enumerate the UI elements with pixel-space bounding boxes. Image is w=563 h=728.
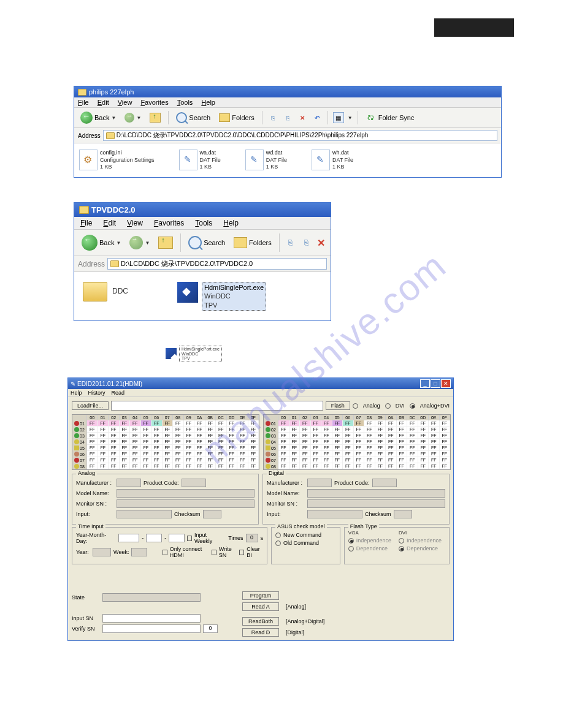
radio-dvi[interactable] (385, 403, 391, 409)
menu-edit[interactable]: Edit (103, 219, 116, 227)
search-button[interactable]: Search (186, 235, 228, 251)
input-inputsn[interactable] (102, 614, 201, 623)
titlebar[interactable]: philips 227elph (74, 86, 501, 97)
folder-ddc[interactable]: DDC (83, 282, 128, 311)
input-checksum[interactable] (203, 510, 221, 518)
readd-button[interactable]: Read D (242, 628, 279, 637)
file-text: wh.datDAT File1 KB (332, 150, 353, 171)
input-week[interactable] (131, 548, 147, 556)
titlebar[interactable]: TPVDDC2.0 (74, 203, 331, 217)
views-icon[interactable]: ▦ (333, 112, 344, 123)
input-month[interactable] (146, 534, 162, 542)
exe-icon[interactable] (166, 348, 177, 359)
filepath-input[interactable] (111, 401, 323, 411)
back-icon (82, 235, 98, 251)
input-verifycount[interactable]: 0 (203, 624, 218, 633)
menu-view[interactable]: View (118, 99, 132, 106)
checkbox-writesn[interactable] (212, 550, 216, 555)
input-input[interactable] (117, 510, 172, 518)
menu-edit[interactable]: Edit (98, 99, 109, 106)
minimize-button[interactable]: _ (420, 379, 430, 388)
label-newcmd: New Command (283, 532, 321, 538)
file-hdmisingleport-exe[interactable]: HdmiSinglePort.exeWinDDCTPV (177, 282, 266, 311)
input-year[interactable] (118, 534, 139, 542)
forward-button[interactable]: ▼ (122, 112, 144, 124)
menu-favorites[interactable]: Favorites (140, 99, 168, 106)
radio-newcmd[interactable] (275, 533, 281, 538)
folder-icon (110, 260, 119, 267)
input-times[interactable]: 0 (246, 534, 258, 542)
input-verifysn[interactable] (102, 624, 201, 633)
input-state[interactable] (102, 593, 201, 602)
folders-button[interactable]: Folders (216, 112, 257, 123)
menu-view[interactable]: View (127, 219, 143, 227)
input-manufacturer[interactable] (117, 479, 141, 487)
input-monitorsn[interactable] (307, 499, 445, 508)
delete-icon[interactable]: ✕ (297, 112, 308, 123)
file-wh-dat[interactable]: wh.datDAT File1 KB (312, 150, 353, 171)
menu-tools[interactable]: Tools (195, 219, 212, 227)
file-area[interactable]: DDC HdmiSinglePort.exeWinDDCTPV (74, 272, 331, 320)
radio-dvi-dep[interactable] (399, 546, 404, 552)
separator (358, 111, 358, 124)
input-monitorsn[interactable] (117, 499, 255, 508)
copy-icon[interactable]: ⎘ (301, 237, 313, 248)
flash-button[interactable]: Flash (326, 401, 350, 410)
input-modelname[interactable] (307, 489, 445, 498)
radio-oldcmd[interactable] (275, 540, 281, 546)
file-config-ini[interactable]: config.iniConfiguration Settings1 KB (79, 150, 155, 171)
input-productcode[interactable] (372, 479, 397, 487)
checkbox-clearbi[interactable] (239, 550, 244, 555)
app-titlebar[interactable]: ✎EDID2011.01.21(HDMI) _ □ ✕ (68, 378, 453, 389)
radio-analogdvi[interactable] (410, 403, 415, 409)
forward-button[interactable]: ▼ (127, 235, 152, 251)
input-input[interactable] (307, 510, 362, 518)
close-button[interactable]: ✕ (441, 379, 451, 388)
input-year2[interactable] (93, 548, 111, 556)
address-input[interactable]: D:\LCD\DDC 烧录\TPVDDC2.0\TPVDDC2.0 (107, 258, 327, 270)
menu-read[interactable]: Read (112, 390, 125, 396)
checkbox-onlyhdmi[interactable] (163, 550, 167, 555)
menu-help[interactable]: Help (71, 390, 82, 396)
file-wd-dat[interactable]: wd.datDAT File1 KB (245, 150, 287, 171)
input-modelname[interactable] (117, 489, 255, 498)
undo-icon[interactable]: ↶ (312, 112, 323, 123)
file-wa-dat[interactable]: wa.datDAT File1 KB (179, 150, 221, 171)
menu-file[interactable]: File (78, 99, 89, 106)
search-button[interactable]: Search (174, 111, 213, 124)
radio-dvi-ind[interactable] (399, 538, 404, 544)
back-button[interactable]: Back▼ (78, 110, 118, 125)
folders-button[interactable]: Folders (231, 236, 274, 249)
input-productcode[interactable] (182, 479, 206, 487)
input-manufacturer[interactable] (307, 479, 332, 487)
radio-analog[interactable] (353, 403, 358, 409)
input-day[interactable] (169, 534, 185, 542)
input-checksum[interactable] (394, 510, 412, 518)
move-icon[interactable]: ⎘ (285, 237, 297, 248)
up-button[interactable] (156, 235, 175, 250)
up-button[interactable] (147, 112, 163, 124)
reada-button[interactable]: Read A (242, 602, 279, 611)
readboth-button[interactable]: ReadBoth (242, 617, 279, 626)
file-area[interactable]: config.iniConfiguration Settings1 KB wa.… (74, 143, 501, 177)
program-button[interactable]: Program (242, 591, 279, 600)
maximize-button[interactable]: □ (431, 379, 440, 388)
menu-tools[interactable]: Tools (177, 99, 193, 106)
menu-help[interactable]: Help (201, 99, 215, 106)
foldersync-button[interactable]: 🗘Folder Sync (363, 111, 417, 124)
radio-vga-dep[interactable] (348, 546, 354, 552)
menu-history[interactable]: History (88, 390, 105, 396)
menu-favorites[interactable]: Favorites (154, 219, 184, 227)
move-icon[interactable]: ⎘ (267, 112, 278, 123)
checkbox-inputweekly[interactable] (187, 536, 192, 541)
back-button[interactable]: Back▼ (79, 233, 123, 252)
loadfile-button[interactable]: LoadFile... (72, 401, 109, 410)
menu-file[interactable]: File (80, 219, 92, 227)
menu-help[interactable]: Help (223, 219, 239, 227)
radio-analogdvi-label: Analog+DVI (420, 403, 450, 409)
delete-icon[interactable]: ✕ (316, 237, 326, 248)
copy-icon[interactable]: ⎘ (282, 112, 293, 123)
address-input[interactable]: D:\LCD\DDC 烧录\TPVDDC2.0\TPVDDC2.0\DDC\LC… (103, 130, 497, 141)
label-writesn: Write SN (219, 546, 237, 558)
radio-vga-ind[interactable] (348, 538, 354, 544)
